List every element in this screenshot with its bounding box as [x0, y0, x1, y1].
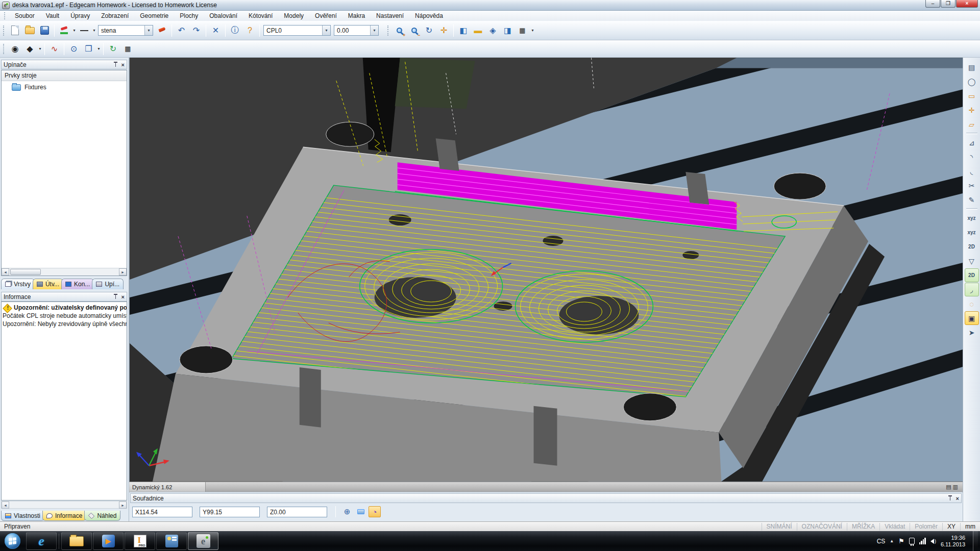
curve-toggle-button[interactable]: ◞: [965, 283, 979, 296]
fixtures-item[interactable]: Fixtures: [2, 81, 127, 93]
info-horizontal-scrollbar[interactable]: ◄ ►: [1, 501, 127, 509]
coordinates-close-icon[interactable]: ×: [956, 495, 959, 502]
new-file-button[interactable]: [8, 23, 22, 37]
coordinate-y-field[interactable]: Y99.15: [200, 507, 260, 517]
tab-vlastnosti[interactable]: Vlastnosti: [1, 511, 44, 521]
world-coordinates-button[interactable]: ⊕: [341, 506, 353, 517]
tile-windows-button[interactable]: ▦: [121, 42, 135, 56]
delete-button[interactable]: ✕: [209, 23, 223, 37]
taskbar-explorer-button[interactable]: [61, 532, 92, 550]
menu-obalovani[interactable]: Obalování: [204, 11, 243, 20]
menu-soubor[interactable]: Soubor: [9, 11, 40, 20]
view-mode-label[interactable]: Dynamický 1.62: [129, 482, 206, 492]
info-button[interactable]: ⓘ: [228, 23, 242, 37]
menu-zobrazeni[interactable]: Zobrazení: [95, 11, 134, 20]
status-mm[interactable]: mm: [960, 523, 980, 531]
box-tool-button[interactable]: ▱: [965, 117, 979, 131]
xyz-point-button[interactable]: xyz: [965, 211, 979, 225]
action-center-flag-icon[interactable]: ⚑: [898, 537, 904, 545]
depth-combo[interactable]: 0.00 ▾: [334, 25, 379, 36]
network-signal-icon[interactable]: [919, 538, 926, 544]
zoom-in-button[interactable]: +: [393, 23, 406, 37]
grid-button[interactable]: ▦: [516, 23, 529, 37]
tab-upinace[interactable]: Upí...: [92, 279, 124, 289]
trim-tool-button[interactable]: ✂: [965, 179, 979, 192]
tray-expand-icon[interactable]: ▲: [890, 539, 894, 543]
pan-view-button[interactable]: ✛: [437, 23, 451, 37]
coordinates-pin-icon[interactable]: [948, 495, 952, 501]
transform-button[interactable]: ❐: [82, 42, 95, 56]
warning-row[interactable]: Upozornění: uživatelsky definovaný počá: [3, 304, 126, 312]
status-snimani[interactable]: SNÍMÁNÍ: [762, 523, 797, 531]
info-scroll-right-icon[interactable]: ►: [119, 502, 127, 509]
save-file-button[interactable]: [38, 23, 52, 37]
find-entity-button[interactable]: ◉: [8, 42, 22, 56]
stock-display-button[interactable]: ▬: [471, 23, 485, 37]
chamfer-tool-button[interactable]: ◟: [965, 164, 979, 178]
coordinate-z-field[interactable]: Z0.00: [267, 507, 327, 517]
viewport-layout-icons[interactable]: ▤▥: [946, 484, 963, 490]
taskbar-mediaplayer-button[interactable]: ▶: [93, 532, 124, 550]
tab-utvary[interactable]: Útv...: [33, 279, 63, 289]
status-xy[interactable]: XY: [942, 523, 960, 531]
start-button[interactable]: [5, 533, 20, 549]
tab-vrstvy[interactable]: Vrstvy: [1, 279, 35, 289]
power-plug-icon[interactable]: [909, 538, 915, 544]
taskbar-edgecam-button[interactable]: e: [188, 532, 218, 550]
eraser-button[interactable]: [155, 23, 169, 37]
menu-napoveda[interactable]: Nápověda: [409, 11, 449, 20]
menu-kotovani[interactable]: Kótování: [243, 11, 278, 20]
status-mrizka[interactable]: MŘÍŽKA: [847, 523, 879, 531]
coordinate-x-field[interactable]: X114.54: [132, 507, 192, 517]
zoom-out-button[interactable]: −: [407, 23, 421, 37]
help-button[interactable]: ?: [243, 23, 257, 37]
depth-combo-arrow[interactable]: ▾: [370, 26, 378, 35]
transform-dropdown[interactable]: ▾: [96, 46, 101, 51]
tab-konfigurace[interactable]: Kon...: [61, 279, 94, 289]
window-zoom-button[interactable]: ▣: [965, 311, 979, 325]
redo-button[interactable]: ↷: [189, 23, 203, 37]
to-2d-button[interactable]: 2D: [965, 240, 979, 254]
status-vkladat[interactable]: Vkládat: [879, 523, 910, 531]
menu-makra[interactable]: Makra: [342, 11, 371, 20]
shading-mode-button[interactable]: ◆: [23, 42, 37, 56]
layer-combo-arrow[interactable]: ▾: [144, 26, 153, 35]
toolbar-overflow[interactable]: ▾: [530, 28, 535, 33]
toggle-display-button[interactable]: ◨: [501, 23, 514, 37]
cpl-combo-arrow[interactable]: ▾: [322, 26, 330, 35]
arrow-tool-button[interactable]: ➤: [965, 325, 979, 339]
menu-upravy[interactable]: Úpravy: [65, 11, 95, 20]
polar-input-button[interactable]: ◔: [369, 506, 381, 517]
tab-nahled[interactable]: Náhled: [84, 511, 120, 521]
linestyle-dropdown[interactable]: ▾: [92, 28, 96, 33]
show-desktop-button[interactable]: [973, 531, 978, 551]
close-button[interactable]: ×: [956, 0, 978, 8]
circle-tool-button[interactable]: ◯: [965, 74, 979, 88]
taskbar-ie-button[interactable]: e: [26, 532, 57, 550]
maximize-button[interactable]: ❐: [941, 0, 955, 8]
snap-mode-button[interactable]: [355, 506, 367, 517]
cpl-tool-button[interactable]: ⊿: [965, 136, 979, 149]
menu-modely[interactable]: Modely: [278, 11, 309, 20]
2d-view-toggle-button[interactable]: 2D: [965, 268, 979, 282]
rotate-view-button[interactable]: ↻: [422, 23, 436, 37]
list-horizontal-scrollbar[interactable]: ◄ ►: [2, 268, 127, 276]
taskbar-inventor-button[interactable]: IPRO: [125, 532, 155, 550]
status-oznacovani[interactable]: OZNAČOVÁNÍ: [797, 523, 847, 531]
info-scroll-left-icon[interactable]: ◄: [2, 502, 9, 509]
language-indicator[interactable]: CS: [877, 538, 886, 545]
pin-icon-2[interactable]: [113, 294, 118, 299]
cpl-combo[interactable]: CPL0 ▾: [263, 25, 331, 36]
scroll-right-icon[interactable]: ►: [119, 268, 127, 276]
shaded-view-button[interactable]: ◧: [456, 23, 470, 37]
pin-icon[interactable]: [113, 62, 118, 67]
scroll-left-icon[interactable]: ◄: [2, 268, 9, 276]
minimize-button[interactable]: –: [925, 0, 940, 8]
undo-button[interactable]: ↶: [175, 23, 188, 37]
menu-vault[interactable]: Vault: [40, 11, 65, 20]
shading-mode-dropdown[interactable]: ▾: [38, 46, 42, 51]
menu-nastaveni[interactable]: Nastavení: [371, 11, 409, 20]
dimension-tool-button[interactable]: ▤: [965, 60, 979, 74]
open-file-button[interactable]: [23, 23, 37, 37]
rectangle-tool-button[interactable]: ▭: [965, 89, 979, 103]
